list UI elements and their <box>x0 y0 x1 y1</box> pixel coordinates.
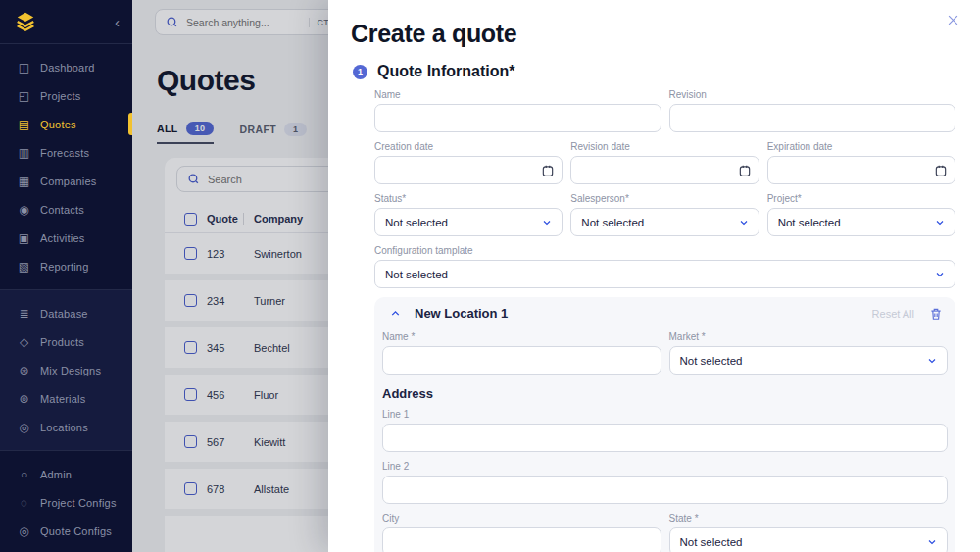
app-logo-icon <box>15 11 36 32</box>
location-name-input[interactable] <box>382 346 662 375</box>
calendar-icon[interactable] <box>541 164 555 177</box>
mix-designs-icon: ⊛ <box>17 364 31 377</box>
trash-icon[interactable] <box>929 307 943 321</box>
dashboard-icon: ◫ <box>17 61 31 75</box>
sidebar-item-forecasts[interactable]: ▥Forecasts <box>0 138 132 167</box>
sidebar-item-admin[interactable]: ○Admin <box>0 460 132 488</box>
sidebar-item-contacts[interactable]: ◉Contacts <box>0 195 132 224</box>
materials-icon: ⊚ <box>17 392 31 406</box>
config-template-group: Configuration tamplate Not selected <box>374 245 956 288</box>
name-field-group: Name <box>374 89 662 132</box>
revision-label: Revision <box>669 89 956 100</box>
location-title: New Location 1 <box>415 306 872 321</box>
sidebar-group-admin: ○Admin ◌Project Configs ◎Quote Configs ✉… <box>0 451 132 552</box>
chevron-down-icon <box>926 536 938 548</box>
locations-icon: ◎ <box>17 421 31 434</box>
quotes-icon: ▤ <box>17 118 31 131</box>
sidebar-item-quote-configs[interactable]: ◎Quote Configs <box>0 517 132 545</box>
salesperson-select[interactable]: Not selected <box>570 208 759 236</box>
active-indicator <box>128 113 132 135</box>
city-group: City <box>382 513 662 552</box>
step-number-badge: 1 <box>353 65 368 79</box>
name-label: Name <box>374 89 662 100</box>
chevron-down-icon <box>541 217 553 228</box>
forecasts-icon: ▥ <box>17 146 31 160</box>
sidebar-item-quotes[interactable]: ▤Quotes <box>0 110 132 138</box>
expiration-date-group: Expiration date <box>767 141 956 184</box>
line2-input[interactable] <box>382 476 948 504</box>
projects-icon: ◰ <box>17 89 31 103</box>
revision-input[interactable] <box>669 104 956 132</box>
quote-form: Name Revision Creation date Revision dat… <box>374 89 956 552</box>
market-select[interactable]: Not selected <box>669 346 949 375</box>
chevron-up-icon[interactable] <box>389 307 402 320</box>
address-heading: Address <box>382 386 948 401</box>
sidebar-item-project-configs[interactable]: ◌Project Configs <box>0 488 132 517</box>
sidebar-item-mix-designs[interactable]: ⊛Mix Designs <box>0 356 132 384</box>
project-group: Project* Not selected <box>767 193 956 236</box>
chevron-down-icon <box>934 217 946 228</box>
project-configs-icon: ◌ <box>17 496 31 510</box>
location-name-group: Name * <box>382 331 662 375</box>
sidebar-item-activities[interactable]: ▣Activities <box>0 224 132 252</box>
calendar-icon[interactable] <box>934 164 948 177</box>
sidebar-item-email-config[interactable]: ✉Email Config <box>0 545 132 552</box>
line1-group: Line 1 <box>382 409 948 452</box>
status-group: Status* Not selected <box>374 193 563 236</box>
sidebar-header: ‹ <box>0 0 132 44</box>
chevron-down-icon <box>926 355 938 367</box>
chevron-down-icon <box>934 269 946 280</box>
line2-group: Line 2 <box>382 461 948 504</box>
location-card-header: New Location 1 Reset All <box>382 297 948 329</box>
sidebar-item-dashboard[interactable]: ◫Dashboard <box>0 53 132 81</box>
creation-date-input[interactable] <box>374 156 563 184</box>
revision-date-input[interactable] <box>570 156 759 184</box>
line1-input[interactable] <box>382 424 948 452</box>
sidebar-item-projects[interactable]: ◰Projects <box>0 81 132 110</box>
sidebar-collapse-icon[interactable]: ‹ <box>115 15 120 29</box>
reporting-icon: ▧ <box>17 260 31 274</box>
chevron-down-icon <box>738 217 750 228</box>
quote-configs-icon: ◎ <box>17 525 31 538</box>
calendar-icon[interactable] <box>738 164 752 177</box>
close-icon[interactable] <box>946 13 960 27</box>
sidebar-item-products[interactable]: ◇Products <box>0 327 132 356</box>
city-input[interactable] <box>382 527 662 552</box>
admin-icon: ○ <box>17 468 31 481</box>
create-quote-modal: Create a quote 1 Quote Infornation* Name… <box>328 0 980 552</box>
state-select[interactable]: Not selected <box>669 527 949 552</box>
sidebar-item-materials[interactable]: ⊚Materials <box>0 384 132 413</box>
reset-all-button[interactable]: Reset All <box>872 308 914 320</box>
database-icon: ≣ <box>17 307 31 321</box>
market-group: Market * Not selected <box>669 331 949 375</box>
project-select[interactable]: Not selected <box>767 208 956 236</box>
contacts-icon: ◉ <box>17 203 31 217</box>
sidebar-item-locations[interactable]: ◎Locations <box>0 413 132 441</box>
products-icon: ◇ <box>17 335 31 349</box>
revision-date-group: Revision date <box>570 141 759 184</box>
config-template-select[interactable]: Not selected <box>374 260 956 288</box>
revision-field-group: Revision <box>669 89 956 132</box>
modal-title: Create a quote <box>351 20 980 48</box>
sidebar-group-database: ≣Database ◇Products ⊛Mix Designs ⊚Materi… <box>0 289 132 451</box>
section-title: Quote Infornation* <box>377 63 514 80</box>
activities-icon: ▣ <box>17 231 31 245</box>
sidebar-item-companies[interactable]: ▦Companies <box>0 167 132 195</box>
sidebar-item-reporting[interactable]: ▧Reporting <box>0 252 132 280</box>
creation-date-group: Creation date <box>374 141 563 184</box>
status-select[interactable]: Not selected <box>374 208 563 236</box>
section-header: 1 Quote Infornation* <box>353 63 980 80</box>
salesperson-group: Salesperson* Not selected <box>570 193 759 236</box>
state-group: State * Not selected <box>669 513 949 552</box>
companies-icon: ▦ <box>17 175 31 188</box>
location-card: New Location 1 Reset All Name * Market *… <box>374 297 956 552</box>
expiration-date-input[interactable] <box>767 156 956 184</box>
sidebar: ‹ ◫Dashboard ◰Projects ▤Quotes ▥Forecast… <box>0 0 132 552</box>
sidebar-item-database[interactable]: ≣Database <box>0 299 132 327</box>
sidebar-group-main: ◫Dashboard ◰Projects ▤Quotes ▥Forecasts … <box>0 44 132 289</box>
name-input[interactable] <box>374 104 662 132</box>
